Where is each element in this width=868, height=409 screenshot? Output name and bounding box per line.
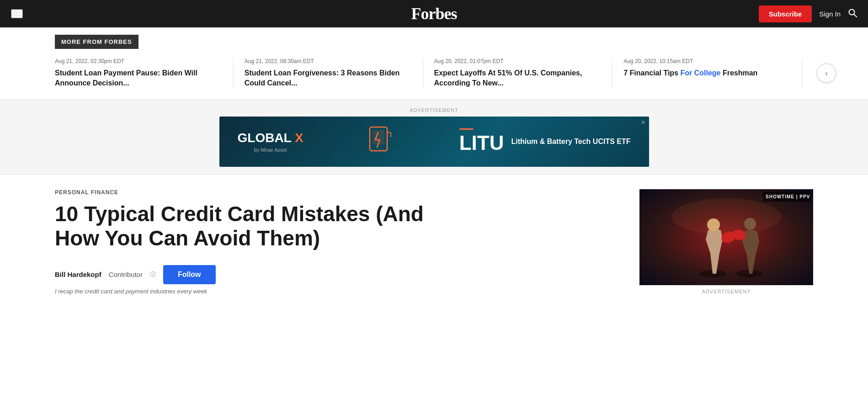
ad-litu-desc: Lithium & Battery Tech UCITS ETF xyxy=(511,138,630,146)
article-title-1[interactable]: Student Loan Payment Pause: Biden Will A… xyxy=(55,68,222,89)
author-role: Contributor xyxy=(109,271,143,278)
article-title-3[interactable]: Expect Layoffs At 51% Of U.S. Companies,… xyxy=(434,68,602,89)
header: Forbes Subscribe Sign In xyxy=(0,0,868,27)
ad-banner[interactable]: GLOBAL X by Mirae Asset LITU Lithium & B… xyxy=(219,117,649,167)
ad-x-letter: X xyxy=(295,131,304,145)
advertisement-section: ADVERTISEMENT GLOBAL X by Mirae Asset LI… xyxy=(0,100,868,175)
article-date-1: Aug 21, 2022, 02:30pm EDT xyxy=(55,58,222,64)
svg-point-7 xyxy=(671,198,781,235)
article-title-4-part1: 7 Financial Tips xyxy=(623,69,680,77)
ad-litu-block: LITU xyxy=(459,128,504,154)
header-right: Subscribe Sign In xyxy=(759,5,857,22)
header-left xyxy=(11,9,23,18)
ad-ev-icon-area xyxy=(365,123,397,160)
article-image-ad-label: ADVERTISEMENT xyxy=(702,289,751,294)
ad-litu-dash xyxy=(459,128,473,130)
article-title-4-part2: Freshman xyxy=(720,69,757,77)
search-icon[interactable] xyxy=(848,8,857,20)
more-from-forbes-label: MORE FROM FORBES xyxy=(55,35,138,49)
articles-row: Aug 21, 2022, 02:30pm EDT Student Loan P… xyxy=(55,58,813,89)
article-image: SHOWTIME | PPV xyxy=(639,189,813,285)
article-date-2: Aug 21, 2022, 08:30am EDT xyxy=(245,58,412,64)
author-name[interactable]: Bill Hardekopf xyxy=(55,271,101,278)
ad-product-right: LITU Lithium & Battery Tech UCITS ETF xyxy=(459,128,631,154)
svg-point-12 xyxy=(744,218,756,230)
author-row: Bill Hardekopf Contributor ⓘ Follow xyxy=(55,265,621,284)
article-date-3: Aug 20, 2022, 01:07pm EDT xyxy=(434,58,602,64)
article-title-4[interactable]: 7 Financial Tips For College Freshman xyxy=(623,68,791,78)
menu-button[interactable] xyxy=(11,9,23,18)
ad-litu-name: LITU xyxy=(459,132,504,154)
svg-line-1 xyxy=(854,14,857,17)
article-title-4-highlight: For College xyxy=(680,69,720,77)
svg-text:SHOWTIME | PPV: SHOWTIME | PPV xyxy=(766,194,810,199)
article-title-2[interactable]: Student Loan Forgiveness: 3 Reasons Bide… xyxy=(245,68,412,89)
ad-label: ADVERTISEMENT xyxy=(0,107,868,113)
article-card-4: Aug 20, 2022, 10:15am EDT 7 Financial Ti… xyxy=(623,58,802,89)
signin-link[interactable]: Sign In xyxy=(819,10,841,18)
article-main-title: 10 Typical Credit Card Mistakes (And How… xyxy=(55,202,430,250)
ad-mirae: by Mirae Asset xyxy=(238,147,304,153)
more-from-forbes-section: MORE FROM FORBES Aug 21, 2022, 02:30pm E… xyxy=(0,27,868,100)
subscribe-button[interactable]: Subscribe xyxy=(759,5,812,22)
forbes-logo[interactable]: Forbes xyxy=(411,4,457,23)
next-arrow-button[interactable]: › xyxy=(817,64,836,83)
article-date-4: Aug 20, 2022, 10:15am EDT xyxy=(623,58,791,64)
ad-global-x: GLOBAL X xyxy=(238,131,304,145)
boxing-scene-svg: SHOWTIME | PPV xyxy=(639,189,813,285)
article-main: PERSONAL FINANCE 10 Typical Credit Card … xyxy=(55,189,621,295)
svg-point-9 xyxy=(707,218,720,231)
author-info-icon[interactable]: ⓘ xyxy=(150,271,156,279)
ev-charging-icon xyxy=(365,123,397,160)
svg-point-0 xyxy=(849,9,855,15)
article-card-2: Aug 21, 2022, 08:30am EDT Student Loan F… xyxy=(245,58,423,89)
main-content: PERSONAL FINANCE 10 Typical Credit Card … xyxy=(0,175,868,295)
article-card-1: Aug 21, 2022, 02:30pm EDT Student Loan P… xyxy=(55,58,234,89)
ad-brand-left: GLOBAL X by Mirae Asset xyxy=(238,131,304,153)
article-card-3: Aug 20, 2022, 01:07pm EDT Expect Layoffs… xyxy=(434,58,613,89)
author-desc: I recap the credit card and payment indu… xyxy=(55,288,329,295)
follow-button[interactable]: Follow xyxy=(163,265,216,284)
ad-close-icon[interactable]: ✕ xyxy=(641,119,645,126)
article-category[interactable]: PERSONAL FINANCE xyxy=(55,189,621,196)
